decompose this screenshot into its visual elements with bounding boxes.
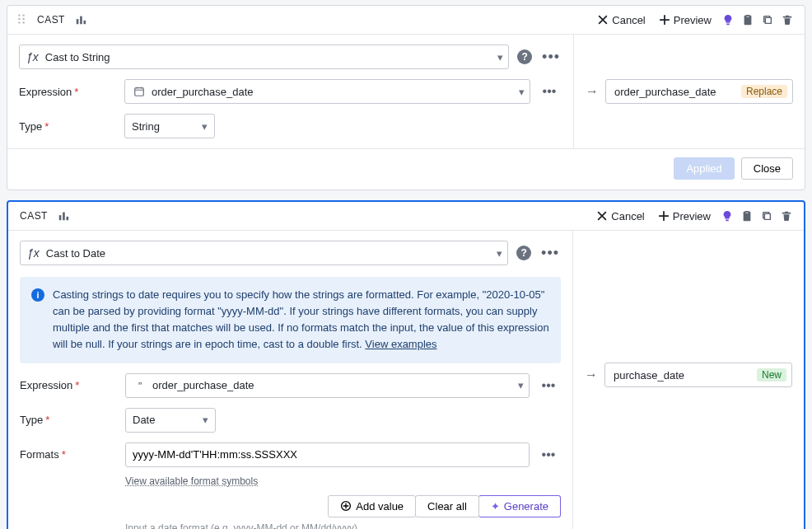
card-footer: Applied Close <box>7 148 805 190</box>
result-column-input[interactable]: purchase_date New <box>604 363 792 387</box>
expression-value: order_purchase_date <box>152 86 519 98</box>
view-examples-link[interactable]: View examples <box>365 338 436 350</box>
info-icon: i <box>31 288 44 302</box>
function-selector[interactable]: ƒx Cast to Date ▾ <box>20 241 508 265</box>
generate-button[interactable]: ✦ Generate <box>478 495 561 517</box>
duplicate-icon[interactable] <box>758 11 777 29</box>
replace-badge: Replace <box>741 85 787 98</box>
clipboard-icon[interactable] <box>738 207 756 225</box>
cancel-button[interactable]: Cancel <box>590 208 650 225</box>
svg-point-1 <box>22 14 24 16</box>
svg-text:”: ” <box>138 380 142 390</box>
card-title: CAST <box>20 210 48 222</box>
card-body: ƒx Cast to Date ▾ ? ••• i Casting string… <box>8 231 804 529</box>
result-column-value: purchase_date <box>614 369 684 382</box>
calendar-icon <box>132 84 147 99</box>
lightbulb-icon[interactable] <box>718 207 736 225</box>
close-icon <box>596 210 608 222</box>
plus-icon <box>659 14 670 26</box>
type-select[interactable]: Date ▾ <box>125 408 216 433</box>
fx-icon: ƒx <box>26 50 39 63</box>
type-value: String <box>132 120 160 133</box>
svg-point-3 <box>22 17 24 19</box>
help-icon[interactable]: ? <box>516 246 531 260</box>
duplicate-icon[interactable] <box>758 207 776 225</box>
cancel-label: Cancel <box>612 14 645 26</box>
column-chart-icon[interactable] <box>54 207 72 225</box>
close-icon <box>597 14 609 26</box>
fx-icon: ƒx <box>27 246 40 260</box>
close-button[interactable]: Close <box>741 157 793 180</box>
add-value-button[interactable]: Add value <box>328 495 416 517</box>
svg-rect-9 <box>135 88 144 96</box>
type-label: Type* <box>19 120 118 133</box>
string-type-icon: ” <box>133 378 147 393</box>
chevron-down-icon: ▾ <box>518 379 524 391</box>
column-chart-icon[interactable] <box>72 11 90 29</box>
applied-button: Applied <box>674 157 734 180</box>
help-icon[interactable]: ? <box>517 49 532 64</box>
preview-button[interactable]: Preview <box>652 208 716 225</box>
chevron-down-icon: ▾ <box>187 120 208 133</box>
expression-value: order_purchase_date <box>152 379 518 391</box>
svg-point-5 <box>22 21 24 23</box>
clipboard-icon[interactable] <box>739 11 757 29</box>
card-title: CAST <box>37 14 65 26</box>
chevron-down-icon: ▾ <box>519 86 525 98</box>
svg-rect-11 <box>63 213 65 221</box>
view-format-symbols-link[interactable]: View available format symbols <box>125 475 258 487</box>
info-panel: i Casting strings to date requires you t… <box>20 277 561 363</box>
svg-rect-7 <box>80 16 82 25</box>
new-badge: New <box>757 368 786 382</box>
svg-point-0 <box>18 14 20 16</box>
plus-circle-icon <box>340 500 352 512</box>
formats-input[interactable] <box>125 442 530 467</box>
svg-rect-12 <box>66 217 68 220</box>
cast-card-2: CAST Cancel Preview <box>7 200 805 529</box>
preview-label: Preview <box>674 14 712 26</box>
more-icon[interactable]: ••• <box>540 49 562 66</box>
expression-label: Expression* <box>19 86 118 98</box>
formats-label: Formats* <box>20 448 119 461</box>
arrow-right-icon: → <box>585 367 598 382</box>
clear-all-button[interactable]: Clear all <box>415 495 479 517</box>
preview-label: Preview <box>673 210 711 222</box>
svg-rect-6 <box>77 19 79 24</box>
chevron-down-icon: ▾ <box>497 247 502 260</box>
expression-input[interactable]: order_purchase_date ▾ <box>124 79 530 104</box>
trash-icon[interactable] <box>778 11 796 29</box>
expression-label: Expression* <box>20 379 119 391</box>
expression-input[interactable]: ” order_purchase_date ▾ <box>125 373 530 398</box>
cancel-label: Cancel <box>611 210 644 222</box>
chevron-down-icon: ▾ <box>497 51 503 63</box>
function-name: Cast to Date <box>46 247 497 260</box>
result-column-input[interactable]: order_purchase_date Replace <box>605 79 793 104</box>
function-selector[interactable]: ƒx Cast to String ▾ <box>19 44 509 69</box>
preview-button[interactable]: Preview <box>653 12 717 29</box>
sparkle-icon: ✦ <box>491 500 500 513</box>
expression-more-icon[interactable]: ••• <box>536 378 561 393</box>
svg-rect-10 <box>59 215 62 220</box>
type-label: Type* <box>20 414 119 426</box>
svg-point-2 <box>18 17 20 19</box>
lightbulb-icon[interactable] <box>719 11 737 29</box>
more-icon[interactable]: ••• <box>539 245 561 262</box>
type-value: Date <box>133 414 155 426</box>
formats-hint: Input a date format (e.g. yyyy-MM-dd or … <box>125 522 561 529</box>
cast-card-1: CAST Cancel Preview <box>7 5 805 190</box>
trash-icon[interactable] <box>777 207 796 225</box>
type-select[interactable]: String ▾ <box>124 114 215 138</box>
svg-point-4 <box>18 21 20 23</box>
function-name: Cast to String <box>45 51 497 63</box>
plus-icon <box>658 210 670 222</box>
result-column-value: order_purchase_date <box>614 86 716 98</box>
formats-more-icon[interactable]: ••• <box>536 447 561 462</box>
expression-more-icon[interactable]: ••• <box>537 84 562 99</box>
card-header: CAST Cancel Preview <box>8 202 804 231</box>
drag-handle-icon[interactable] <box>12 12 30 29</box>
card-header: CAST Cancel Preview <box>7 6 805 35</box>
info-text: Casting strings to date requires you to … <box>53 288 549 350</box>
svg-rect-8 <box>83 21 86 24</box>
card-body: ƒx Cast to String ▾ ? ••• Expression* or… <box>7 35 805 148</box>
cancel-button[interactable]: Cancel <box>591 12 651 29</box>
